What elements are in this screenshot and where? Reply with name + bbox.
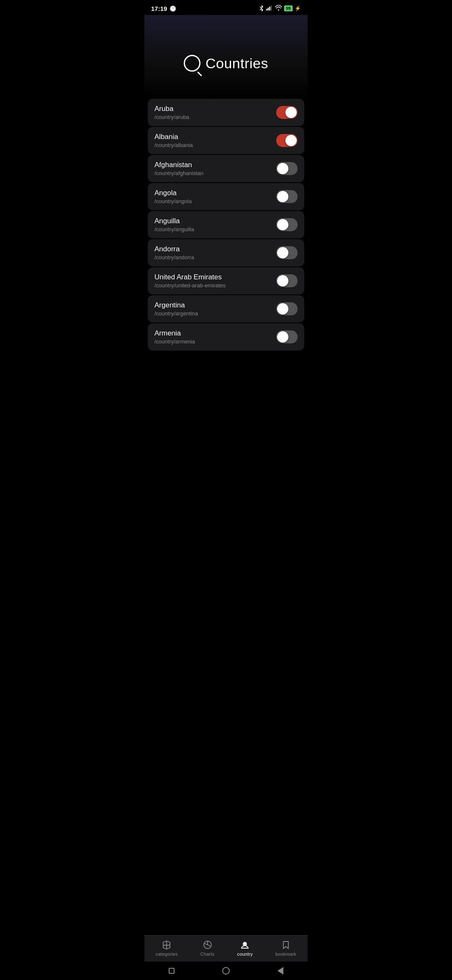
toggle-switch[interactable] (276, 330, 298, 343)
country-name: Argentina (154, 301, 198, 309)
svg-rect-2 (269, 7, 270, 10)
country-info: Angola/country/angola (154, 189, 192, 204)
status-bar: 17:19 🕐 99 ⚡ (144, 0, 308, 15)
country-item: Andorra/country/andorra (148, 239, 304, 266)
country-path: /country/united-arab-emirates (154, 282, 226, 289)
bluetooth-icon (259, 5, 264, 13)
country-name: Angola (154, 189, 192, 197)
charging-icon: ⚡ (295, 5, 301, 11)
toggle-track (276, 302, 298, 315)
toggle-track (276, 218, 298, 231)
country-name: Albania (154, 133, 193, 141)
status-icons: 99 ⚡ (259, 5, 301, 13)
country-path: /country/armenia (154, 338, 195, 345)
toggle-knob (277, 275, 288, 286)
country-name: Afghanistan (154, 161, 203, 169)
toggle-switch[interactable] (276, 274, 298, 287)
country-info: Afghanistan/country/afghanistan (154, 161, 203, 176)
country-item: Angola/country/angola (148, 183, 304, 210)
country-item: Armenia/country/armenia (148, 323, 304, 351)
country-path: /country/andorra (154, 254, 194, 260)
toggle-track (276, 330, 298, 343)
country-item: Afghanistan/country/afghanistan (148, 155, 304, 182)
country-path: /country/anguilla (154, 226, 194, 232)
toggle-track (276, 190, 298, 203)
country-item: Aruba/country/aruba (148, 99, 304, 126)
svg-rect-3 (270, 6, 272, 11)
toggle-track (276, 246, 298, 259)
country-path: /country/aruba (154, 114, 189, 120)
country-name: Armenia (154, 329, 195, 338)
country-item: Albania/country/albania (148, 127, 304, 154)
page-title: Countries (205, 55, 268, 72)
toggle-switch[interactable] (276, 162, 298, 175)
toggle-knob (277, 247, 288, 258)
toggle-switch[interactable] (276, 190, 298, 203)
toggle-knob (285, 135, 297, 146)
header-title-wrap: Countries (184, 55, 268, 72)
country-path: /country/afghanistan (154, 170, 203, 176)
toggle-knob (277, 331, 288, 343)
main-content: Aruba/country/arubaAlbania/country/alban… (144, 99, 308, 393)
country-item: Anguilla/country/anguilla (148, 211, 304, 238)
toggle-switch[interactable] (276, 246, 298, 259)
toggle-switch[interactable] (276, 134, 298, 147)
country-info: Aruba/country/aruba (154, 105, 189, 120)
battery-indicator: 99 (284, 5, 293, 11)
country-path: /country/argentina (154, 310, 198, 317)
country-name: Aruba (154, 105, 189, 113)
toggle-knob (277, 191, 288, 202)
country-info: Argentina/country/argentina (154, 301, 198, 317)
toggle-knob (277, 219, 288, 230)
toggle-knob (277, 163, 288, 174)
country-info: United Arab Emirates/country/united-arab… (154, 273, 226, 289)
country-list: Aruba/country/arubaAlbania/country/alban… (144, 99, 308, 351)
wifi-icon (275, 5, 282, 12)
toggle-switch[interactable] (276, 106, 298, 119)
toggle-knob (285, 107, 297, 118)
toggle-track (276, 162, 298, 175)
search-icon-large (184, 55, 200, 72)
country-info: Albania/country/albania (154, 133, 193, 148)
toggle-track (276, 274, 298, 287)
toggle-track (276, 106, 298, 119)
toggle-switch[interactable] (276, 302, 298, 315)
country-name: United Arab Emirates (154, 273, 226, 281)
toggle-switch[interactable] (276, 218, 298, 231)
alarm-icon: 🕐 (170, 5, 176, 12)
country-info: Anguilla/country/anguilla (154, 217, 194, 232)
country-name: Andorra (154, 245, 194, 253)
country-path: /country/angola (154, 198, 192, 204)
country-item: United Arab Emirates/country/united-arab… (148, 267, 304, 294)
country-name: Anguilla (154, 217, 194, 225)
country-path: /country/albania (154, 142, 193, 148)
country-info: Andorra/country/andorra (154, 245, 194, 260)
svg-rect-0 (266, 9, 267, 10)
country-info: Armenia/country/armenia (154, 329, 195, 345)
country-item: Argentina/country/argentina (148, 295, 304, 322)
toggle-track (276, 134, 298, 147)
status-time: 17:19 (151, 5, 167, 12)
toggle-knob (277, 303, 288, 315)
signal-icon (266, 5, 273, 12)
header-area: Countries (144, 15, 308, 99)
svg-rect-1 (267, 8, 269, 11)
